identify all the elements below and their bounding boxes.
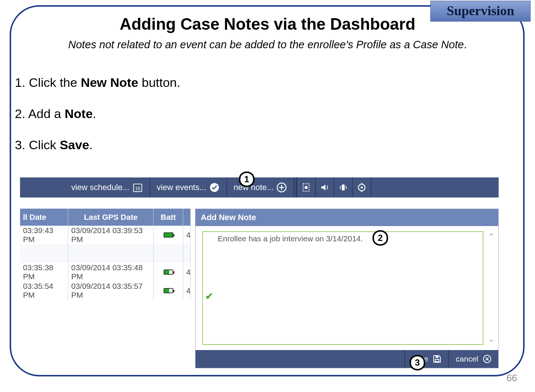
col-header-batt: Batt — [154, 209, 183, 226]
table-row-blank — [20, 244, 191, 263]
battery-full-icon — [164, 232, 173, 238]
spellcheck-ok-icon: ✔ — [205, 291, 213, 302]
step-3-post: . — [89, 138, 92, 152]
target-icon — [357, 182, 367, 193]
target-icon-button[interactable] — [353, 177, 371, 197]
dialog-body: Enrollee has a job interview on 3/14/201… — [196, 226, 498, 350]
step-2-bold: Note — [65, 107, 93, 121]
instruction-steps: 1. Click the New Note button. 2. Add a N… — [15, 74, 513, 168]
step-1-bold: New Note — [81, 75, 138, 89]
cell-gps: 03/09/2014 03:35:57 PM — [68, 281, 154, 300]
step-2: 2. Add a Note. — [15, 105, 513, 122]
cancel-button[interactable]: cancel — [448, 350, 498, 368]
step-3-bold: Save — [60, 138, 89, 152]
page-number: 66 — [506, 372, 517, 384]
cell-date: 03:35:38 PM — [20, 263, 68, 281]
checkmark-circle-icon — [209, 182, 220, 193]
view-schedule-label: view schedule... — [71, 183, 129, 192]
dialog-title: Add New Note — [196, 209, 498, 226]
subtitle-text: Notes not related to an event can be add… — [68, 39, 464, 50]
svg-rect-10 — [436, 356, 439, 358]
cancel-label: cancel — [456, 355, 478, 363]
table-row[interactable]: 03:35:54 PM 03/09/2014 03:35:57 PM 4 — [20, 281, 191, 300]
cell-date: 03:35:54 PM — [20, 281, 68, 300]
cancel-x-circle-icon — [483, 355, 492, 363]
battery-low-icon — [164, 288, 173, 293]
step-2-post: . — [93, 107, 96, 121]
vibrate-icon — [338, 182, 348, 193]
note-content: Enrollee has a job interview on 3/14/201… — [218, 234, 363, 243]
slide-subtitle: Notes not related to an event can be add… — [0, 39, 535, 51]
dashboard-toolbar: view schedule... 19 view events... new n… — [20, 177, 499, 197]
cell-extra: 4 — [183, 226, 191, 244]
svg-text:19: 19 — [135, 186, 140, 191]
step-3: 3. Click Save. — [15, 137, 513, 153]
col-header-extra — [183, 209, 191, 226]
step-1: 1. Click the New Note button. — [15, 74, 513, 91]
zone-icon-button[interactable] — [297, 177, 316, 197]
callout-marker-3: 3 — [410, 355, 425, 370]
battery-low-icon — [164, 270, 173, 275]
cell-extra: 4 — [183, 281, 191, 300]
cell-date: 03:39:43 PM — [20, 226, 68, 244]
plus-circle-icon — [276, 182, 287, 193]
grid-header-row: ll Date Last GPS Date Batt — [20, 209, 191, 226]
sound-icon-button[interactable] — [316, 177, 334, 197]
add-note-dialog: Add New Note Enrollee has a job intervie… — [195, 209, 499, 368]
view-events-label: view events... — [157, 183, 206, 192]
scroll-up-icon[interactable]: ⌃ — [487, 233, 495, 241]
svg-rect-6 — [342, 184, 345, 190]
step-1-pre: 1. Click the — [15, 75, 81, 89]
cell-extra: 4 — [183, 263, 191, 281]
zone-icon — [301, 182, 311, 193]
col-header-gps: Last GPS Date — [68, 209, 154, 226]
scroll-down-icon[interactable]: ⌄ — [487, 335, 495, 343]
save-disk-icon — [433, 355, 442, 363]
table-row[interactable]: 03:39:43 PM 03/09/2014 03:39:53 PM 4 — [20, 226, 191, 244]
cell-batt — [154, 226, 183, 244]
dashboard-screenshot: view schedule... 19 view events... new n… — [20, 177, 499, 368]
section-tab-supervision: Supervision — [430, 1, 531, 22]
svg-rect-9 — [435, 359, 439, 362]
enrollee-grid: ll Date Last GPS Date Batt 03:39:43 PM 0… — [20, 209, 191, 368]
callout-marker-1: 1 — [239, 172, 255, 187]
step-2-pre: 2. Add a — [15, 107, 65, 121]
new-note-button[interactable]: new note... — [227, 177, 295, 197]
callout-marker-2: 2 — [372, 230, 388, 246]
cell-batt — [154, 281, 183, 300]
cell-batt — [154, 263, 183, 281]
dialog-footer: save cancel — [196, 350, 498, 368]
toolbar-separator — [294, 177, 297, 197]
step-1-post: button. — [138, 75, 180, 89]
subtitle-period: . — [464, 39, 467, 50]
svg-point-8 — [361, 186, 363, 189]
speaker-icon — [319, 182, 330, 193]
note-textarea[interactable]: Enrollee has a job interview on 3/14/201… — [202, 231, 483, 345]
cell-gps: 03/09/2014 03:35:48 PM — [68, 263, 154, 281]
col-header-date: ll Date — [20, 209, 68, 226]
view-events-button[interactable]: view events... — [150, 177, 227, 197]
svg-point-5 — [305, 186, 308, 189]
table-row[interactable]: 03:35:38 PM 03/09/2014 03:35:48 PM 4 — [20, 263, 191, 281]
vibrate-icon-button[interactable] — [334, 177, 353, 197]
step-3-pre: 3. Click — [15, 138, 60, 152]
view-schedule-button[interactable]: view schedule... 19 — [65, 177, 150, 197]
new-note-label: new note... — [234, 183, 274, 192]
calendar-icon: 19 — [132, 182, 143, 193]
cell-gps: 03/09/2014 03:39:53 PM — [68, 226, 154, 244]
